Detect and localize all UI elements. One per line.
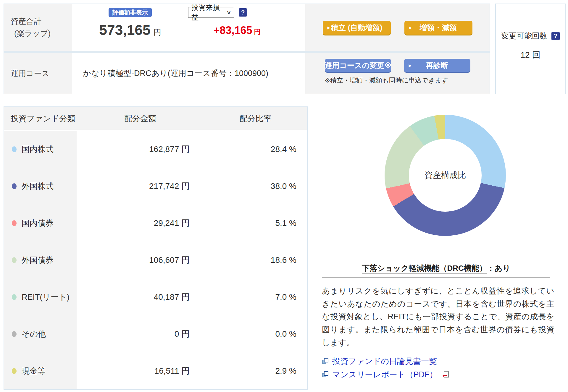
total-assets-row: 資産合計 (楽ラップ) 評価額非表示 573,165円 投資来損益 [4, 4, 490, 51]
allocation-amount-cell: 106,607 円 [77, 242, 204, 278]
total-assets-label-line2: (楽ラップ) [11, 28, 72, 39]
arrow-right-icon: ▶ [409, 63, 412, 68]
allocation-ratio-cell: 7.0 % [204, 278, 307, 315]
change-count-value: 12 回 [496, 49, 565, 61]
link-label: 投資ファンドの目論見書一覧 [332, 356, 437, 367]
allocation-row: 国内債券29,241 円5.1 % [4, 205, 307, 242]
allocation-row: 外国株式217,742 円38.0 % [4, 168, 307, 205]
allocation-row: その他0 円0.0 % [4, 315, 307, 352]
external-window-icon [322, 371, 329, 378]
summary-buttons-cell: ▶ 積立 (自動増額) ▶ 増額・減額 [305, 4, 490, 51]
change-course-button-label: 運用コースの変更※ [325, 61, 392, 69]
external-window-icon [322, 358, 329, 365]
allocation-amount-cell: 29,241 円 [77, 205, 204, 242]
drc-feature-status: ：あり [487, 264, 510, 273]
allocation-ratio-cell: 5.1 % [204, 205, 307, 242]
fund-category-cell: 現金等 [4, 352, 77, 389]
total-assets-label-line1: 資産合計 [11, 16, 72, 27]
allocation-row: REIT(リート)40,187 円7.0 % [4, 278, 307, 315]
profit-period-select[interactable]: 投資来損益 ∨ [188, 7, 234, 18]
header-allocation-ratio: 配分比率 [204, 113, 307, 124]
profit-amount-unit: 円 [254, 28, 261, 35]
drc-feature-box: 下落ショック軽減機能（DRC機能）：あり [322, 259, 550, 278]
allocation-amount-cell: 16,511 円 [77, 352, 204, 389]
fund-category-label: その他 [22, 329, 46, 339]
help-icon-profit[interactable]: ? [239, 8, 247, 17]
course-row: 運用コース かなり積極型-DRCあり(運用コース番号：1000900) ▶ 運用… [4, 53, 490, 94]
arrow-right-icon: ▶ [327, 25, 330, 30]
total-amount-value: 573,165 [99, 22, 151, 38]
allocation-amount-cell: 217,742 円 [77, 168, 204, 205]
allocation-ratio-cell: 28.4 % [204, 131, 307, 168]
fund-category-label: 現金等 [22, 366, 46, 376]
fund-category-label: 国内債券 [22, 218, 54, 229]
rediagnose-button-label: 再診断 [426, 61, 448, 69]
tsumitate-button[interactable]: ▶ 積立 (自動増額) [323, 21, 391, 35]
course-description: あまりリスクを気にしすぎずに、とことん収益性を追求していきたいあなたのためのコー… [322, 285, 554, 349]
row-divider [4, 51, 490, 53]
fund-category-label: REIT(リート) [22, 292, 70, 302]
category-color-dot [12, 220, 17, 226]
zougaku-genkaku-button[interactable]: ▶ 増額・減額 [404, 21, 472, 35]
help-icon-change-count[interactable]: ? [551, 32, 560, 40]
allocation-amount-cell: 162,877 円 [77, 131, 204, 168]
course-buttons-wrap: ▶ 運用コースの変更※ ▶ 再診断 ※積立・増額・減額も同時に申込できます [325, 59, 470, 85]
allocation-amount-cell: 0 円 [77, 315, 204, 352]
document-links: 投資ファンドの目論見書一覧マンスリーレポート（PDF） [322, 356, 567, 380]
total-amount-column: 評価額非表示 573,165円 [72, 4, 188, 51]
arrow-right-icon: ▶ [330, 63, 333, 68]
fund-category-label: 国内株式 [22, 144, 54, 155]
allocation-table-header: 投資ファンド分類 配分金額 配分比率 [4, 107, 307, 131]
tsumitate-button-label: 積立 (自動増額) [331, 23, 383, 32]
allocation-table-body: 国内株式162,877 円28.4 %外国株式217,742 円38.0 %国内… [4, 131, 307, 389]
category-color-dot [12, 331, 17, 337]
monthly-report-link[interactable]: マンスリーレポート（PDF） [322, 369, 567, 380]
allocation-section: 投資ファンド分類 配分金額 配分比率 国内株式162,877 円28.4 %外国… [4, 106, 567, 390]
allocation-amount-cell: 40,187 円 [77, 278, 204, 315]
donut-center-text: 資産構成比 [425, 170, 466, 181]
allocation-table: 投資ファンド分類 配分金額 配分比率 国内株式162,877 円28.4 %外国… [4, 106, 308, 390]
change-count-box: 変更可能回数 ? 12 回 [495, 4, 566, 94]
change-count-label-row: 変更可能回数 ? [496, 31, 565, 41]
profit-period-selected: 投資来損益 [191, 3, 227, 22]
total-assets-label: 資産合計 (楽ラップ) [4, 4, 72, 51]
category-color-dot [12, 183, 17, 189]
chevron-down-icon: ∨ [226, 9, 231, 16]
header-fund-category: 投資ファンド分類 [4, 113, 77, 124]
rakuwrap-dashboard: 資産合計 (楽ラップ) 評価額非表示 573,165円 投資来損益 [0, 0, 568, 392]
allocation-ratio-cell: 18.6 % [204, 242, 307, 278]
link-label: マンスリーレポート（PDF） [332, 369, 437, 380]
course-detail-panel: 資産構成比 下落ショック軽減機能（DRC機能）：あり あまりリスクを気にしすぎず… [322, 106, 567, 390]
account-summary-box: 資産合計 (楽ラップ) 評価額非表示 573,165円 投資来損益 [4, 4, 490, 94]
profit-amount: +83,165円 [188, 24, 286, 37]
hide-valuation-badge[interactable]: 評価額非表示 [109, 8, 152, 17]
course-label: 運用コース [4, 53, 72, 94]
rediagnose-button[interactable]: ▶ 再診断 [404, 59, 470, 72]
allocation-row: 国内株式162,877 円28.4 % [4, 131, 307, 168]
arrow-right-icon: ▶ [409, 25, 412, 30]
category-color-dot [12, 257, 17, 263]
fund-category-cell: 国内債券 [4, 205, 77, 242]
change-count-label: 変更可能回数 [501, 31, 547, 41]
profit-column: 投資来損益 ∨ ? +83,165円 [188, 4, 286, 51]
total-assets-value-cell: 評価額非表示 573,165円 投資来損益 ∨ ? [72, 4, 305, 51]
fund-category-cell: その他 [4, 315, 77, 352]
change-course-button[interactable]: ▶ 運用コースの変更※ [325, 59, 391, 72]
total-amount-unit: 円 [154, 28, 161, 37]
total-amount: 573,165円 [99, 22, 161, 38]
donut-center-label: 資産構成比 [409, 139, 482, 212]
fund-category-cell: 外国債券 [4, 242, 77, 278]
category-color-dot [12, 294, 17, 300]
fund-category-label: 外国債券 [22, 255, 54, 265]
course-button-line: ▶ 運用コースの変更※ ▶ 再診断 [325, 59, 470, 72]
allocation-row: 現金等16,511 円2.9 % [4, 352, 307, 389]
fund-category-cell: 外国株式 [4, 168, 77, 205]
zougaku-button-label: 増額・減額 [420, 23, 457, 32]
allocation-row: 外国債券106,607 円18.6 % [4, 242, 307, 278]
drc-feature-title: 下落ショック軽減機能（DRC機能） [362, 264, 487, 273]
category-color-dot [12, 146, 17, 152]
fund-category-label: 外国株式 [22, 181, 54, 192]
course-buttons-cell: ▶ 運用コースの変更※ ▶ 再診断 ※積立・増額・減額も同時に申込できます [305, 53, 490, 94]
course-value: かなり積極型-DRCあり(運用コース番号：1000900) [72, 53, 305, 94]
prospectus-list-link[interactable]: 投資ファンドの目論見書一覧 [322, 356, 567, 367]
